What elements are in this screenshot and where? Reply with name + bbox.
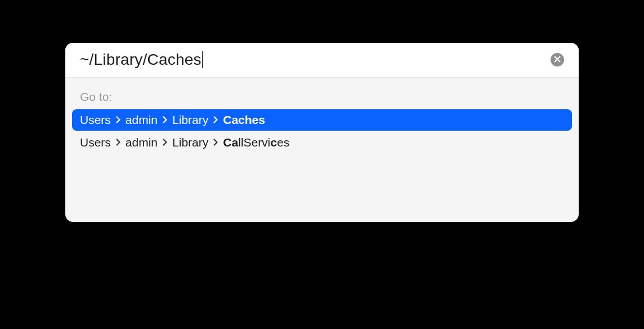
close-icon (554, 55, 561, 65)
path-segment: Caches (223, 113, 265, 127)
chevron-right-icon (163, 116, 167, 123)
path-segment: admin (126, 136, 158, 149)
path-segment: Users (80, 113, 111, 127)
section-label: Go to: (72, 87, 572, 109)
path-segment: admin (126, 113, 158, 127)
chevron-right-icon (213, 139, 218, 146)
path-segment: Library (172, 113, 208, 127)
path-result[interactable]: UsersadminLibraryCallServices (72, 132, 572, 153)
path-input[interactable]: ~/Library/Caches (80, 51, 544, 69)
results-panel: Go to: UsersadminLibraryCachesUsersadmin… (65, 78, 579, 222)
path-result[interactable]: UsersadminLibraryCaches (72, 109, 572, 131)
path-segment: Users (80, 136, 111, 149)
chevron-right-icon (163, 139, 167, 146)
text-cursor (202, 51, 203, 68)
go-to-dialog: ~/Library/Caches Go to: UsersadminLibrar… (65, 43, 579, 222)
chevron-right-icon (116, 139, 120, 146)
path-input-text: ~/Library/Caches (80, 51, 202, 68)
path-segment: Library (172, 136, 208, 149)
search-bar: ~/Library/Caches (65, 43, 579, 78)
chevron-right-icon (116, 116, 120, 123)
path-segment: CallServices (223, 136, 289, 149)
chevron-right-icon (213, 116, 218, 123)
clear-button[interactable] (551, 53, 564, 66)
